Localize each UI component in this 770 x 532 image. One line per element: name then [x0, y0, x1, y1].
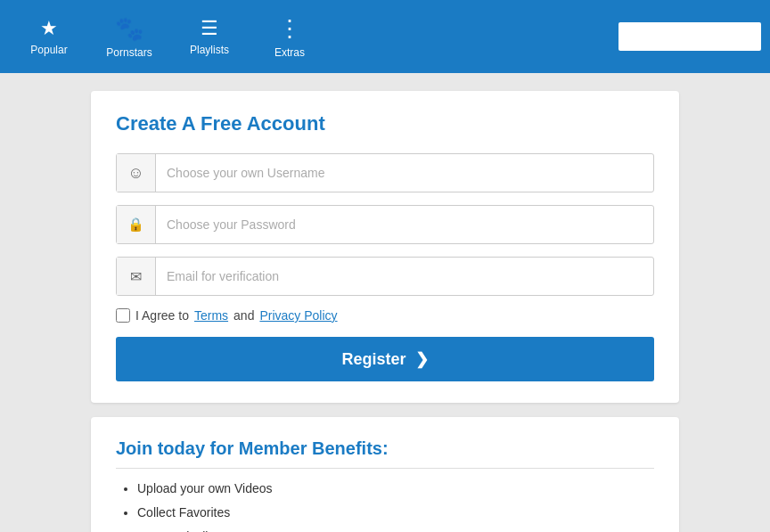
extras-label: Extras — [274, 46, 305, 59]
register-arrow-icon: ❯ — [415, 349, 429, 369]
password-field-group: 🔒 — [116, 205, 654, 244]
privacy-link[interactable]: Privacy Policy — [259, 308, 337, 323]
popular-label: Popular — [30, 44, 67, 56]
username-icon: ☺ — [117, 154, 156, 192]
email-icon: ✉ — [117, 258, 156, 295]
username-input[interactable] — [156, 154, 653, 192]
playlists-label: Playlists — [190, 44, 229, 56]
extras-icon: ⋮ — [278, 15, 301, 43]
email-input[interactable] — [156, 258, 653, 295]
pornstars-label: Pornstars — [106, 46, 152, 59]
benefits-title: Join today for Member Benefits: — [116, 438, 654, 469]
list-item: Upload your own Videos — [137, 479, 654, 498]
register-button-label: Register — [341, 350, 405, 369]
terms-row: I Agree to Terms and Privacy Policy — [116, 308, 654, 323]
nav-items: ★ Popular 🐾 Pornstars ☰ Playlists ⋮ Extr… — [9, 0, 330, 73]
search-input[interactable] — [618, 22, 761, 51]
nav-playlists[interactable]: ☰ Playlists — [169, 0, 250, 73]
nav-popular[interactable]: ★ Popular — [9, 0, 89, 73]
terms-link[interactable]: Terms — [194, 308, 228, 323]
popular-icon: ★ — [40, 17, 58, 40]
register-card: Create A Free Account ☺ 🔒 ✉ I Agree to — [91, 91, 679, 403]
and-text: and — [233, 308, 254, 323]
register-button[interactable]: Register ❯ — [116, 337, 654, 381]
page-content: Create A Free Account ☺ 🔒 ✉ I Agree to — [91, 73, 679, 532]
playlists-icon: ☰ — [201, 17, 218, 40]
email-field-group: ✉ — [116, 257, 654, 296]
navbar: ★ Popular 🐾 Pornstars ☰ Playlists ⋮ Extr… — [0, 0, 770, 73]
list-item: Create Playlists — [137, 528, 654, 532]
password-input[interactable] — [156, 206, 653, 243]
benefits-list: Upload your own Videos Collect Favorites… — [116, 479, 654, 532]
agree-text: I Agree to — [135, 308, 189, 323]
agree-checkbox[interactable] — [116, 308, 130, 323]
nav-pornstars[interactable]: 🐾 Pornstars — [89, 0, 169, 73]
benefits-card: Join today for Member Benefits: Upload y… — [91, 417, 679, 532]
lock-icon: 🔒 — [117, 206, 156, 243]
nav-extras[interactable]: ⋮ Extras — [250, 0, 330, 73]
page-title: Create A Free Account — [116, 112, 654, 135]
pornstars-icon: 🐾 — [115, 15, 143, 43]
username-field-group: ☺ — [116, 153, 654, 192]
list-item: Collect Favorites — [137, 503, 654, 522]
